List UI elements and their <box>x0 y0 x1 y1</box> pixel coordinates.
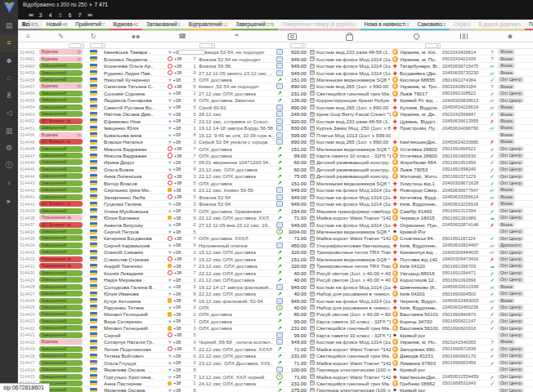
filter-phone-dropdown[interactable]: ▾ <box>199 43 215 49</box>
order-row[interactable]: 514422ЗавершенийМихаил Гилецький+383ОЛХ … <box>18 325 533 332</box>
order-row[interactable]: 514424ЗавершенийМихаил Гилецький+382ОЛХ … <box>18 311 533 318</box>
filter-address-dropdown[interactable]: ▾ <box>425 43 441 49</box>
pager-page[interactable]: 4 <box>47 12 53 18</box>
order-row[interactable]: 514417ЗавершенийОльга Глущук✳+38023.12 с… <box>18 359 533 366</box>
filter-flag-dropdown[interactable]: ▾ <box>90 43 105 49</box>
order-row[interactable]: 514429ЗавершенийНадія Мерзаєва✳+38321.12… <box>18 277 533 283</box>
order-row[interactable]: 514431Повернення (в..Андрій Ткаченко+387… <box>18 263 533 270</box>
order-row[interactable]: 514430ЗавершенийКсенія Левадняя+38722.12… <box>18 270 533 277</box>
pager-page[interactable]: 3 <box>38 12 43 18</box>
pager-page[interactable]: 5 <box>57 12 63 18</box>
order-row[interactable]: 514414ЗавершенийАнна Пастернак+38124.12 … <box>18 381 533 387</box>
pager-first-icon[interactable]: «« <box>28 12 34 18</box>
order-row[interactable]: 514420ВідмоваСитарчук Наталія Гр..✳+389Ч… <box>18 339 533 345</box>
settings-icon[interactable]: ⚙ <box>0 140 18 158</box>
status-tab-4[interactable]: Запакований1 <box>142 20 185 30</box>
order-row[interactable]: 514416ЗавершенийЯковлева Оксана✳+388100.… <box>18 367 533 373</box>
pager-page[interactable]: 6 <box>67 12 73 18</box>
status-edit-icon[interactable]: ✎ <box>38 33 83 40</box>
order-row[interactable]: 514452ДО Возврат ск.Єфименко Ніна✳+38223… <box>18 118 533 125</box>
order-row[interactable]: 514455ЗавершенийЛюдмила Гончарова✳+388ОЛ… <box>18 97 533 104</box>
payment-icon[interactable] <box>275 33 308 40</box>
clients-icon[interactable]: ☻ <box>0 51 18 69</box>
order-row[interactable]: 514432Повернення (в..Станіслав Стрижак+3… <box>18 256 533 263</box>
order-row[interactable]: 514458ЗавершенийНиколай Кучеренко✳+385ОЛ… <box>18 77 533 83</box>
pager-page[interactable]: 7 <box>77 12 83 18</box>
order-comment <box>198 387 275 392</box>
stats-icon[interactable]: ▥ <box>0 122 18 140</box>
order-row[interactable]: 514448ЗавершенийМикола Бадражан+387ОЛХ д… <box>18 145 533 152</box>
order-row[interactable]: 514456ЗавершенийСоломія Сідоніна✳+38127.… <box>18 91 533 97</box>
order-row[interactable]: 514427ЗавершенийЮлия Иванова✳+38822.12 с… <box>18 291 533 297</box>
order-row[interactable]: 514440ДО Возврат ск.Гуцалюк Галина✳+383Ф… <box>18 201 533 207</box>
rows-list-icon[interactable]: ≡ <box>18 33 38 40</box>
order-row[interactable]: 514451ЗавершенийІващенко Юлія✳+38219.12 … <box>18 125 533 131</box>
order-row[interactable]: 514425ЗавершенийРадченко Тетяна✳+380ОЛХ$… <box>18 305 533 311</box>
order-row[interactable]: 514445ЗавершенийОльга Божик✳+38923.12 см… <box>18 167 533 173</box>
orders-icon[interactable]: ≡ <box>0 34 18 52</box>
refresh-icon[interactable]: ↻ <box>83 33 103 40</box>
order-row[interactable]: 514444ЗавершенийАнна Липенська+38322.12 … <box>18 173 533 180</box>
pager-last-icon[interactable]: »» <box>87 12 92 18</box>
order-row[interactable]: 514421ЗавершенийСергей+38599.00Карта пам… <box>18 332 533 339</box>
comments-icon[interactable]: ❝ <box>198 33 275 40</box>
status-tab-12[interactable]: Повернений <box>525 20 533 30</box>
order-row[interactable]: 514418ЗавершенийТетяна Войтович✳+38621.1… <box>18 353 533 359</box>
order-row[interactable]: 514461Відмова◷Близнюк Людмила ..+387Фиал… <box>18 56 533 62</box>
order-row[interactable]: 514435ЗавершенийКатерина Богданова+387ОЛ… <box>18 235 533 242</box>
order-row[interactable]: 514457Відмова◷Сапегина Татьяна С..+385Ке… <box>18 83 533 90</box>
phone-icon[interactable]: ☎ <box>167 33 198 40</box>
order-row[interactable]: 514443ЗавершенийВіктор Власов+385ОЛХ дос… <box>18 180 533 187</box>
order-row[interactable]: 514439ЗавершенийУляна Мусійовська✳+389ОЛ… <box>18 207 533 214</box>
status-tab-1[interactable]: Новий48 <box>43 20 71 30</box>
ttn-barcode-icon[interactable] <box>441 33 487 39</box>
filter-price-dropdown[interactable]: ▾ <box>290 43 306 49</box>
order-row[interactable]: 514437ДО Возврат ск.Анжела Безушку✳+3822… <box>18 221 533 228</box>
phone-edit-box[interactable] <box>178 50 205 56</box>
status-tab-6[interactable]: Завершений278 <box>231 20 278 30</box>
order-row[interactable]: 514413ЗавершенийЯковлева Оксана✳+388↗375… <box>18 387 533 392</box>
announcements-icon[interactable]: ◁ <box>0 105 18 122</box>
finance-icon[interactable]: ₴ <box>0 87 18 105</box>
order-row[interactable]: 514434ЗавершенийСергей Карамышев✳+385Нал… <box>18 243 533 249</box>
order-row[interactable]: 514450Відмова◷Ковальова анна✳+38815.12. … <box>18 131 533 138</box>
order-row[interactable]: 514446ЗавершенийИрина Дидух✳+38709.01 зв… <box>18 159 533 166</box>
world-icon[interactable]: ♁ <box>0 175 18 193</box>
company-icon[interactable]: ⌂ <box>0 69 18 87</box>
status-tab-0[interactable]: Всі471 <box>18 20 43 30</box>
order-row[interactable]: 514460ЗавершенийКошелева Ольга Ар..+381Ф… <box>18 63 533 69</box>
products-icon[interactable] <box>308 32 391 41</box>
filter-status-dropdown[interactable]: ▾ <box>69 43 84 49</box>
status-tab-7[interactable]: Повернення товару (в дорозі)0 <box>278 20 361 30</box>
status-tab-8[interactable]: Нема в наявності1 <box>361 20 414 30</box>
manager-icon[interactable]: ☻ <box>487 33 533 40</box>
status-tab-9[interactable]: Самовивіз2 <box>413 20 449 30</box>
order-row[interactable]: 514441ЗавершенийЗахарченко Люба+385Фиалк… <box>18 194 533 201</box>
status-tab-3[interactable]: Відмова42 <box>109 20 142 30</box>
order-row[interactable]: 514438Повернення (в..Юлия Баланюк+38922.… <box>18 215 533 221</box>
order-row[interactable]: 514428ЗавершенийСолодкова Галина В..✳+38… <box>18 283 533 290</box>
status-tab-2[interactable]: Прийнятий7 <box>71 20 109 30</box>
order-row[interactable]: 514462Відмова◷Каневська Тамара ..✳+381Ла… <box>18 49 533 56</box>
order-row[interactable]: 514419ЗавершенийЛилия Подолинская+38522.… <box>18 345 533 352</box>
page-size-dropdown[interactable]: ▾ <box>89 0 92 10</box>
status-tab-11[interactable]: В дорозі додому0 <box>474 20 525 30</box>
info-icon[interactable]: ⓘ <box>0 157 18 175</box>
order-row[interactable]: 514447ЗавершенийМикола Бадражан+387ОЛХ д… <box>18 153 533 159</box>
video-icon[interactable]: ▸ <box>0 192 18 210</box>
order-row[interactable]: 514426ЗавершенийКучук Антонина+38416.12 … <box>18 297 533 304</box>
address-icon[interactable] <box>391 33 441 39</box>
clients-icon[interactable]: ☻☻ <box>103 33 167 39</box>
status-tab-10[interactable]: Серві0 <box>450 20 474 30</box>
order-row[interactable]: 514423ЗавершенийВера Скляренко✳+381ОЛХ д… <box>18 318 533 325</box>
dashboard-icon[interactable]: ▤ <box>0 16 18 34</box>
order-row[interactable]: 514449ДО Возврат ск.Власюк Наталья✳+383С… <box>18 139 533 145</box>
order-row[interactable]: 514442ЗавершенийСергіюнко Іріна Ми..+386… <box>18 187 533 194</box>
order-row[interactable]: 514415ЗавершенийГоргулько Христина..✳+38… <box>18 373 533 380</box>
order-row[interactable]: 514459ЗавершенийРуденко Лидия Пав..+3892… <box>18 69 533 76</box>
order-row[interactable]: 514453ЗавершенийНікітіна Оксана Дми..✳+3… <box>18 111 533 118</box>
order-row[interactable]: 514436ЗавершенийСергей Петров✳+385$1004.… <box>18 229 533 235</box>
order-row[interactable]: 514433ЗавершенийОлексій Семанін✳+38315.1… <box>18 249 533 256</box>
order-row[interactable]: 514454ЗавершенийСамотій Руслана Во..✳+38… <box>18 105 533 111</box>
status-tab-5[interactable]: Відправлений12 <box>185 20 232 30</box>
